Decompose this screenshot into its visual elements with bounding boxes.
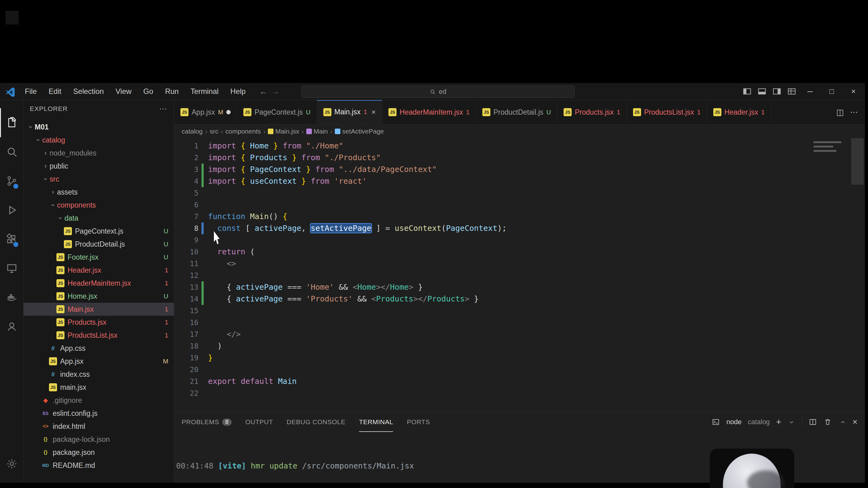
code-line-22[interactable]: 22 <box>174 387 812 399</box>
code-line-7[interactable]: 7function Main() { <box>174 211 812 223</box>
code-line-12[interactable]: 12 <box>174 269 812 281</box>
code-line-9[interactable]: 9 <box>174 234 812 246</box>
explorer-item-index-html[interactable]: <>index.html <box>24 420 174 433</box>
menu-view[interactable]: View <box>111 86 137 97</box>
code-line-10[interactable]: 10 return ( <box>174 246 812 258</box>
minimap[interactable] <box>813 141 847 154</box>
command-center[interactable]: ed <box>301 86 575 98</box>
explorer-more-icon[interactable]: ⋯ <box>159 104 168 114</box>
tab-headermainitem-jsx[interactable]: JSHeaderMainItem.jsx1 <box>382 100 476 124</box>
code-line-14[interactable]: 14 { activePage === 'Products' && <Produ… <box>174 293 812 305</box>
explorer-item-m01[interactable]: ›M01 <box>24 121 174 134</box>
split-editor-icon[interactable]: ◫ <box>836 107 844 117</box>
maximize-button[interactable]: □ <box>822 84 841 99</box>
code-line-17[interactable]: 17 </> <box>174 328 812 340</box>
new-terminal-icon[interactable]: + <box>776 417 781 427</box>
tab-header-jsx[interactable]: JSHeader.jsx1 <box>707 100 771 124</box>
explorer-item-package-json[interactable]: {}package.json <box>24 446 174 459</box>
editor-scrollbar[interactable] <box>851 138 864 185</box>
explorer-item-products-jsx[interactable]: JSProducts.jsx1 <box>24 316 174 329</box>
code-line-13[interactable]: 13 { activePage === 'Home' && <Home></Ho… <box>174 281 812 293</box>
code-line-19[interactable]: 19} <box>174 352 812 364</box>
explorer-item-pagecontext-js[interactable]: JSPageContext.jsU <box>24 225 174 238</box>
explorer-item-package-lock-json[interactable]: {}package-lock.json <box>24 433 174 446</box>
explorer-item-main-jsx[interactable]: JSmain.jsx <box>24 381 174 394</box>
toggle-sidebar-icon[interactable] <box>741 86 753 97</box>
panel-tab-debug-console[interactable]: DEBUG CONSOLE <box>287 412 346 432</box>
menu-run[interactable]: Run <box>160 86 184 97</box>
source-control-icon[interactable] <box>0 166 23 196</box>
split-terminal-icon[interactable] <box>808 418 817 426</box>
explorer-item-catalog[interactable]: ›catalog <box>24 134 174 147</box>
toggle-secondary-sidebar-icon[interactable] <box>771 86 783 97</box>
menu-go[interactable]: Go <box>138 86 158 97</box>
run-debug-icon[interactable] <box>0 196 23 225</box>
back-icon[interactable]: ← <box>259 87 267 96</box>
explorer-item-public[interactable]: ›public <box>24 160 174 172</box>
code-line-5[interactable]: 5 <box>174 187 812 199</box>
menu-file[interactable]: File <box>20 86 42 97</box>
extensions-icon[interactable] <box>0 225 23 254</box>
search-icon[interactable] <box>0 137 23 166</box>
explorer-item-index-css[interactable]: #index.css <box>24 368 174 381</box>
menu-edit[interactable]: Edit <box>44 86 66 97</box>
toggle-panel-icon[interactable] <box>756 86 768 97</box>
explorer-item-src[interactable]: ›src <box>24 172 174 186</box>
maximize-panel-icon[interactable]: › <box>837 418 847 426</box>
code-line-21[interactable]: 21export default Main <box>174 376 812 387</box>
menu-terminal[interactable]: Terminal <box>185 86 223 97</box>
tab-productslist-jsx[interactable]: JSProductsList.jsx1 <box>627 100 707 124</box>
code-line-4[interactable]: 4import { useContext } from 'react' <box>174 175 812 187</box>
tab-products-jsx[interactable]: JSProducts.jsx1 <box>557 100 626 124</box>
close-panel-icon[interactable]: × <box>852 417 858 427</box>
explorer-item-eslint-config-js[interactable]: ESeslint.config.js <box>24 407 174 420</box>
breadcrumb-item-main[interactable]: Main <box>306 128 328 135</box>
panel-tab-ports[interactable]: PORTS <box>407 412 430 432</box>
explorer-item-productslist-jsx[interactable]: JSProductsList.jsx1 <box>24 329 174 342</box>
panel-tab-problems[interactable]: PROBLEMS8 <box>182 412 231 432</box>
tab-pagecontext-js[interactable]: JSPageContext.jsU <box>237 100 317 124</box>
settings-icon[interactable] <box>0 449 23 478</box>
close-tab-icon[interactable]: × <box>371 108 376 117</box>
breadcrumb-item-setactivepage[interactable]: setActivePage <box>335 128 384 135</box>
code-line-18[interactable]: 18 ) <box>174 340 812 352</box>
explorer-item-components[interactable]: ›components <box>24 199 174 212</box>
code-line-3[interactable]: 3import { PageContext } from "../data/Pa… <box>174 164 812 175</box>
menu-selection[interactable]: Selection <box>68 86 109 97</box>
panel-tab-terminal[interactable]: TERMINAL <box>359 412 393 432</box>
explorer-item-productdetail-js[interactable]: JSProductDetail.jsU <box>24 238 174 251</box>
explorer-item-headermainitem-jsx[interactable]: JSHeaderMainItem.jsx1 <box>24 277 174 290</box>
code-line-11[interactable]: 11 <> <box>174 258 812 269</box>
explorer-item-footer-jsx[interactable]: JSFooter.jsxU <box>24 251 174 264</box>
explorer-item-main-jsx[interactable]: JSMain.jsx1 <box>24 303 174 316</box>
code-line-20[interactable]: 20 <box>174 364 812 376</box>
code-line-16[interactable]: 16 <box>174 317 812 328</box>
close-button[interactable]: × <box>844 84 863 99</box>
explorer-item-app-css[interactable]: #App.css <box>24 342 174 355</box>
terminal-profile-chevron-icon[interactable]: › <box>787 418 796 426</box>
panel-tab-output[interactable]: OUTPUT <box>245 412 273 432</box>
explorer-item-node-modules[interactable]: ›node_modules <box>24 147 174 160</box>
explorer-item-data[interactable]: ›data <box>24 212 174 225</box>
explorer-item-app-jsx[interactable]: JSApp.jsxM <box>24 355 174 368</box>
breadcrumb-item-components[interactable]: components <box>225 128 261 135</box>
explorer-item-home-jsx[interactable]: JSHome.jsxU <box>24 290 174 303</box>
explorer-item-header-jsx[interactable]: JSHeader.jsx1 <box>24 264 174 277</box>
docker-icon[interactable] <box>0 283 23 312</box>
menu-help[interactable]: Help <box>225 86 250 97</box>
tab-productdetail-js[interactable]: JSProductDetail.jsU <box>476 100 558 124</box>
kill-terminal-icon[interactable] <box>824 418 832 426</box>
minimize-button[interactable]: ─ <box>800 84 819 99</box>
code-line-8[interactable]: 8 const [ activePage, setActivePage ] = … <box>174 223 812 234</box>
breadcrumb-item-catalog[interactable]: catalog <box>182 128 203 135</box>
customize-layout-icon[interactable] <box>785 86 798 97</box>
breadcrumb-item-src[interactable]: src <box>210 128 218 135</box>
code-line-6[interactable]: 6 <box>174 199 812 211</box>
remote-icon[interactable] <box>0 254 23 283</box>
account-icon[interactable] <box>0 312 23 341</box>
code-editor[interactable]: 1import { Home } from "./Home"2import { … <box>174 138 865 412</box>
explorer-icon[interactable] <box>0 108 23 137</box>
code-line-1[interactable]: 1import { Home } from "./Home" <box>174 140 812 152</box>
tab-app-jsx[interactable]: JSApp.jsxM <box>174 100 237 124</box>
explorer-item-assets[interactable]: ›assets <box>24 186 174 199</box>
